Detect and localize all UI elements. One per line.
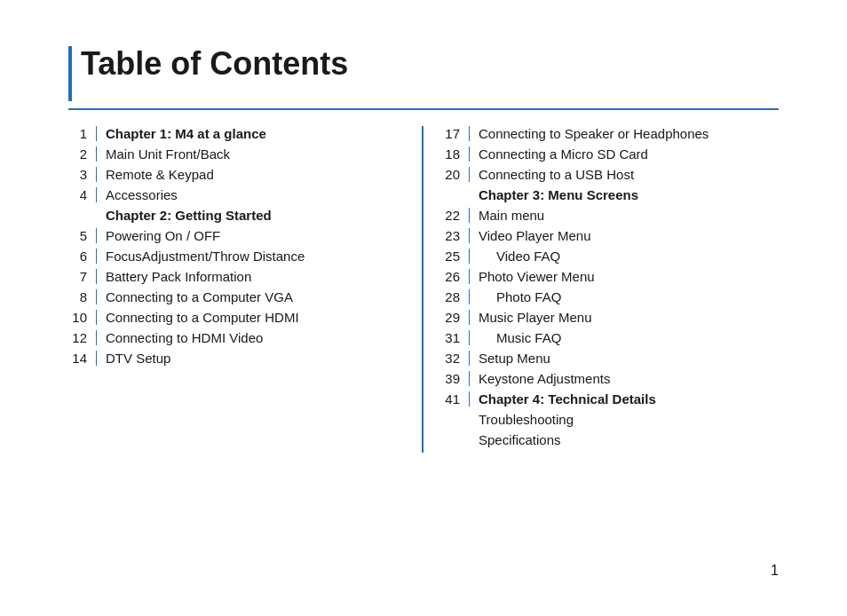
toc-page-number: 39 xyxy=(441,371,470,386)
toc-entry: 5Powering On / OFF xyxy=(68,228,404,243)
toc-entry: 26Photo Viewer Menu xyxy=(441,269,779,284)
toc-entry: 1Chapter 1: M4 at a glance xyxy=(68,126,404,141)
toc-entry: 41Chapter 4: Technical Details xyxy=(441,391,779,407)
left-column: 1Chapter 1: M4 at a glance2Main Unit Fro… xyxy=(68,126,424,453)
toc-page-number: 10 xyxy=(68,310,97,325)
toc-page-number: 18 xyxy=(441,146,470,162)
toc-entry-text: Video FAQ xyxy=(479,249,779,264)
toc-page-number: 29 xyxy=(441,310,470,325)
toc-entry-text: Main menu xyxy=(479,208,779,223)
toc-entry: 7Battery Pack Information xyxy=(68,269,404,284)
toc-page-number: 26 xyxy=(441,269,470,284)
toc-entry-text: Connecting a Micro SD Card xyxy=(479,146,779,162)
toc-entry-text: Troubleshooting xyxy=(479,412,779,427)
toc-entry-text: Accessories xyxy=(106,187,404,202)
toc-entry: 12Connecting to HDMI Video xyxy=(68,330,404,345)
toc-entry: 6FocusAdjustment/Throw Distance xyxy=(68,249,404,264)
toc-entry: Chapter 3: Menu Screens xyxy=(441,187,779,202)
toc-entry-text: Battery Pack Information xyxy=(106,269,404,284)
toc-page-number: 1 xyxy=(68,126,97,141)
corner-page-number: 1 xyxy=(771,563,779,579)
toc-page-number: 5 xyxy=(68,228,97,243)
toc-entry: 4Accessories xyxy=(68,187,404,202)
toc-entry: Specifications xyxy=(441,432,779,447)
title-section: Table of Contents xyxy=(68,46,779,110)
toc-entry: 3Remote & Keypad xyxy=(68,167,404,182)
toc-entry-text: Video Player Menu xyxy=(479,228,779,243)
toc-page-number: 41 xyxy=(441,391,470,407)
toc-entry: 8Connecting to a Computer VGA xyxy=(68,289,404,304)
toc-entry-text: Connecting to HDMI Video xyxy=(106,330,404,345)
toc-entry-text: Photo FAQ xyxy=(479,289,779,304)
toc-entry-text: Remote & Keypad xyxy=(106,167,404,182)
toc-page-number: 20 xyxy=(441,167,470,182)
toc-page-number: 22 xyxy=(441,208,470,223)
toc-page-number: 31 xyxy=(441,330,470,345)
toc-entry: 25Video FAQ xyxy=(441,249,779,264)
toc-entry-text: Chapter 3: Menu Screens xyxy=(479,187,779,202)
toc-page-number: 6 xyxy=(68,249,97,264)
toc-entry-text: Chapter 4: Technical Details xyxy=(479,391,779,407)
toc-entry-text: Main Unit Front/Back xyxy=(106,146,404,162)
toc-entry: 32Setup Menu xyxy=(441,351,779,366)
toc-page-number: 3 xyxy=(68,167,97,182)
toc-page-number: 14 xyxy=(68,351,97,366)
toc-page-number: 23 xyxy=(441,228,470,243)
toc-entry-text: Setup Menu xyxy=(479,351,779,366)
toc-entry-text: Connecting to a Computer VGA xyxy=(106,289,404,304)
toc-page-number: 17 xyxy=(441,126,470,141)
toc-entry: 31Music FAQ xyxy=(441,330,779,345)
toc-page-number: 28 xyxy=(441,289,470,304)
toc-page-number: 4 xyxy=(68,187,97,202)
toc-page-number: 7 xyxy=(68,269,97,284)
toc-page-number: 32 xyxy=(441,351,470,366)
right-column: 17Connecting to Speaker or Headphones18C… xyxy=(424,126,779,453)
toc-entry: 39Keystone Adjustments xyxy=(441,371,779,386)
toc-entry: 20Connecting to a USB Host xyxy=(441,167,779,182)
page-title: Table of Contents xyxy=(81,46,348,82)
toc-entry: 17Connecting to Speaker or Headphones xyxy=(441,126,779,141)
toc-entry: 18Connecting a Micro SD Card xyxy=(441,146,779,162)
toc-entry-text: Powering On / OFF xyxy=(106,228,404,243)
toc-entry: Troubleshooting xyxy=(441,412,779,427)
title-blue-bar xyxy=(68,46,72,101)
toc-entry: 2Main Unit Front/Back xyxy=(68,146,404,162)
toc-entry-text: Specifications xyxy=(479,432,779,447)
toc-entry: 29Music Player Menu xyxy=(441,310,779,325)
toc-entry: 22Main menu xyxy=(441,208,779,223)
toc-entry-text: Connecting to a Computer HDMI xyxy=(106,310,404,325)
toc-entry: 10Connecting to a Computer HDMI xyxy=(68,310,404,325)
toc-page-number: 12 xyxy=(68,330,97,345)
content-area: 1Chapter 1: M4 at a glance2Main Unit Fro… xyxy=(68,126,779,453)
toc-entry-text: Chapter 2: Getting Started xyxy=(106,208,404,223)
toc-entry: 28Photo FAQ xyxy=(441,289,779,304)
toc-entry: 14DTV Setup xyxy=(68,351,404,366)
toc-entry-text: Music Player Menu xyxy=(479,310,779,325)
toc-entry-text: Connecting to a USB Host xyxy=(479,167,779,182)
page: Table of Contents 1Chapter 1: M4 at a gl… xyxy=(33,20,814,596)
toc-entry-text: FocusAdjustment/Throw Distance xyxy=(106,249,404,264)
toc-entry-text: Chapter 1: M4 at a glance xyxy=(106,126,404,141)
toc-entry: Chapter 2: Getting Started xyxy=(68,208,404,223)
toc-entry-text: Keystone Adjustments xyxy=(479,371,779,386)
toc-entry-text: Connecting to Speaker or Headphones xyxy=(479,126,779,141)
toc-page-number: 25 xyxy=(441,249,470,264)
toc-page-number: 2 xyxy=(68,146,97,162)
toc-entry-text: Photo Viewer Menu xyxy=(479,269,779,284)
toc-entry-text: Music FAQ xyxy=(479,330,779,345)
toc-entry-text: DTV Setup xyxy=(106,351,404,366)
toc-page-number: 8 xyxy=(68,289,97,304)
toc-entry: 23Video Player Menu xyxy=(441,228,779,243)
